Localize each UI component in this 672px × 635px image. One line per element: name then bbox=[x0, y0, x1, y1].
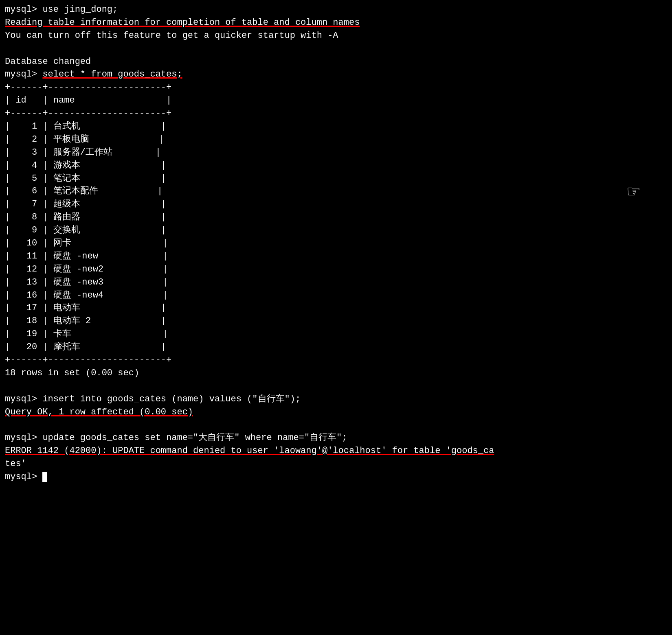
terminal-line-row7: | 7 | 超级本 | bbox=[5, 198, 667, 211]
terminal-line-row13: | 13 | 硬盘 -new3 | bbox=[5, 276, 667, 289]
terminal-line-border-top: +------+----------------------+ bbox=[5, 81, 667, 94]
terminal-line-reading-line: Reading table information for completion… bbox=[5, 16, 667, 29]
terminal-line-row12: | 12 | 硬盘 -new2 | bbox=[5, 263, 667, 276]
terminal-line-row16: | 16 | 硬盘 -new4 | bbox=[5, 289, 667, 302]
terminal-line-error-cont: tes' bbox=[5, 458, 667, 471]
terminal-line-row4: | 4 | 游戏本 | bbox=[5, 159, 667, 172]
terminal-line-row17: | 17 | 电动车 | bbox=[5, 302, 667, 315]
terminal: mysql> use jing_dong;Reading table infor… bbox=[5, 3, 667, 484]
terminal-line-row19: | 19 | 卡车 | bbox=[5, 328, 667, 341]
terminal-line-use-cmd: mysql> use jing_dong; bbox=[5, 3, 667, 16]
terminal-line-border-bot: +------+----------------------+ bbox=[5, 354, 667, 367]
terminal-line-row6: | 6 | 笔记本配件 | bbox=[5, 185, 667, 198]
terminal-line-row18: | 18 | 电动车 2 | bbox=[5, 315, 667, 328]
terminal-line-row9: | 9 | 交换机 | bbox=[5, 224, 667, 237]
terminal-line-you-line: You can turn off this feature to get a q… bbox=[5, 29, 667, 42]
terminal-line-query-ok: Query OK, 1 row affected (0.00 sec) bbox=[5, 406, 667, 419]
terminal-line-row3: | 3 | 服务器/工作站 | bbox=[5, 146, 667, 159]
terminal-line-final-prompt: mysql> bbox=[5, 471, 667, 484]
terminal-line-error-line: ERROR 1142 (42000): UPDATE command denie… bbox=[5, 444, 667, 458]
terminal-line-row1: | 1 | 台式机 | bbox=[5, 120, 667, 133]
terminal-line-row11: | 11 | 硬盘 -new | bbox=[5, 250, 667, 263]
terminal-line-row2: | 2 | 平板电脑 | bbox=[5, 133, 667, 146]
terminal-line-row8: | 8 | 路由器 | bbox=[5, 211, 667, 224]
terminal-line-insert-cmd: mysql> insert into goods_cates (name) va… bbox=[5, 393, 667, 406]
terminal-line-row20: | 20 | 摩托车 | bbox=[5, 341, 667, 354]
terminal-line-header: | id | name | bbox=[5, 94, 667, 107]
terminal-line-border-mid: +------+----------------------+ bbox=[5, 107, 667, 120]
terminal-line-row5: | 5 | 笔记本 | bbox=[5, 172, 667, 185]
terminal-line-update-cmd: mysql> update goods_cates set name="大自行车… bbox=[5, 431, 667, 444]
terminal-line-row10: | 10 | 网卡 | bbox=[5, 237, 667, 250]
terminal-cursor bbox=[42, 472, 47, 482]
terminal-line-rowcount: 18 rows in set (0.00 sec) bbox=[5, 367, 667, 380]
terminal-line-db-changed: Database changed bbox=[5, 55, 667, 68]
terminal-line-select-cmd: mysql> select * from goods_cates; bbox=[5, 68, 667, 81]
